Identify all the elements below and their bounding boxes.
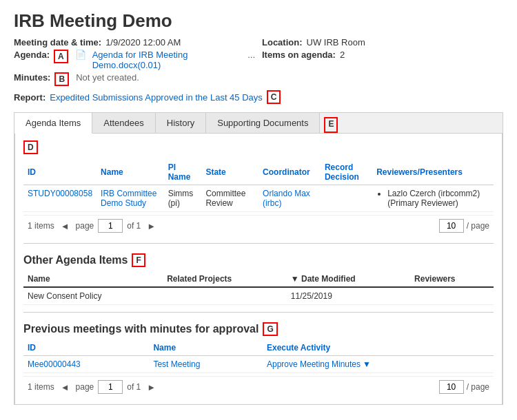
other-col-name: Name [23,271,163,287]
agenda-items-count: 1 items [28,221,54,231]
prev-page-input[interactable] [98,380,123,394]
col-pi-name: PI Name [164,160,202,185]
col-id: ID [23,160,97,185]
location-value: UW IRB Room [307,37,365,48]
other-table-header-row: Name Related Projects ▼ Date Modified Re… [23,271,494,287]
approve-label: Approve Meeting Minutes [267,359,361,369]
meeting-date-label: Meeting date & time: [14,37,101,48]
agenda-table-header-row: ID Name PI Name State Coordinator Record… [23,160,494,185]
tab-agenda-items[interactable]: Agenda Items [14,113,92,134]
col-name: Name [97,160,164,185]
agenda-file-link[interactable]: Agenda for IRB Meeting Demo.docx(0.01) [92,50,241,70]
approve-meeting-minutes-btn[interactable]: Approve Meeting Minutes ▼ [267,359,371,369]
prev-meetings-table: ID Name Execute Activity Mee00000443 Tes… [23,340,494,373]
page-of: of 1 [127,221,141,231]
table-row: Mee00000443 Test Meeting Approve Meeting… [23,356,494,373]
tab-supporting-documents[interactable]: Supporting Documents [206,113,320,133]
prev-col-name: Name [149,340,263,356]
dropdown-arrow-icon: ▼ [363,359,371,369]
col-state: State [201,160,258,185]
meeting-date-value: 1/9/2020 12:00 AM [105,37,181,48]
prev-cell-id: Mee00000443 [23,356,149,373]
report-annotation-box: C [267,90,281,104]
prev-meetings-title: Previous meetings with minutes for appro… [23,322,494,336]
next-page-btn[interactable]: ► [145,221,158,231]
cell-name: IRB Committee Demo Study [97,185,164,212]
tab-history[interactable]: History [156,113,206,133]
report-label: Report: [14,92,45,103]
other-col-related: Related Projects [163,271,287,287]
other-agenda-annotation-box: F [132,253,145,267]
page-input[interactable] [98,219,123,233]
meeting-date-row: Meeting date & time: 1/9/2020 12:00 AM [14,37,255,48]
table-row: STUDY00008058 IRB Committee Demo Study S… [23,185,494,212]
per-page-input[interactable] [439,219,464,233]
other-col-date: ▼ Date Modified [287,271,410,287]
prev-count: 1 items ◄ page of 1 ► [28,380,158,394]
prev-col-id: ID [23,340,149,356]
divider-2 [23,312,494,313]
location-row: Location: UW IRB Room [262,37,503,48]
items-on-agenda-label: Items on agenda: [262,50,336,60]
cell-id: STUDY00008058 [23,185,97,212]
page-title: IRB Meeting Demo [14,10,503,32]
other-agenda-title: Other Agenda Items F [23,253,494,267]
minutes-value: Not yet created. [76,72,139,83]
tabs-header: Agenda Items Attendees History Supportin… [14,113,503,134]
per-page-label: / page [467,221,489,231]
prev-page-label: page [76,382,94,392]
other-cell-name: New Consent Policy [23,287,163,305]
cell-coordinator: Orlando Max (irbc) [258,185,321,212]
agenda-more-dots[interactable]: ... [247,50,255,60]
col-reviewers: Reviewers/Presenters [372,160,494,185]
meeting-name-link[interactable]: Test Meeting [153,359,200,369]
other-col-reviewers: Reviewers [410,271,494,287]
reviewer-item: Lazlo Czerch (irbcomm2) (Primary Reviewe… [387,189,489,208]
agenda-per-page: / page [439,219,489,233]
col-record-decision: Record Decision [321,160,372,185]
prev-per-page-input[interactable] [439,380,464,394]
prev-items-count: 1 items [28,382,54,392]
minutes-row: Minutes: B Not yet created. [14,72,255,86]
prev-meetings-label: Previous meetings with minutes for appro… [23,323,258,335]
prev-pagination: 1 items ◄ page of 1 ► / page [23,376,494,397]
prev-prev-page-btn[interactable]: ◄ [59,382,72,392]
agenda-items-annotation-area: D [23,140,494,154]
prev-table-header-row: ID Name Execute Activity [23,340,494,356]
agenda-items-annotation-box: D [23,140,38,154]
cell-reviewers: Lazlo Czerch (irbcomm2) (Primary Reviewe… [372,185,494,212]
file-icon: 📄 [75,50,86,60]
other-agenda-label: Other Agenda Items [23,254,128,266]
study-id-link[interactable]: STUDY00008058 [28,189,92,198]
cell-pi-name: Simms (pi) [164,185,202,212]
agenda-count: 1 items ◄ page of 1 ► [28,219,158,233]
agenda-label: Agenda: [14,50,50,60]
other-cell-date: 11/25/2019 [287,287,410,305]
tabs-container: Agenda Items Attendees History Supportin… [14,112,503,405]
other-cell-reviewers [410,287,494,305]
prev-page-btn[interactable]: ◄ [59,221,72,231]
tab-content: D ID Name PI Name State Coordinator Reco… [14,134,503,405]
report-link[interactable]: Expedited Submissions Approved in the La… [50,92,263,103]
meeting-id-link[interactable]: Mee00000443 [28,359,81,369]
study-name-link[interactable]: IRB Committee Demo Study [101,189,156,208]
agenda-items-table: ID Name PI Name State Coordinator Record… [23,160,494,212]
coordinator-link[interactable]: Orlando Max (irbc) [263,189,310,208]
prev-meetings-annotation-box: G [263,322,277,336]
tab-attendees[interactable]: Attendees [92,113,156,133]
page-label: page [76,221,94,231]
prev-per-page: / page [439,380,489,394]
meta-section: Meeting date & time: 1/9/2020 12:00 AM L… [14,37,503,86]
other-agenda-table: Name Related Projects ▼ Date Modified Re… [23,271,494,305]
prev-col-execute: Execute Activity [263,340,494,356]
table-row: New Consent Policy 11/25/2019 [23,287,494,305]
col-coordinator: Coordinator [258,160,321,185]
other-cell-related [163,287,287,305]
report-row: Report: Expedited Submissions Approved i… [14,90,503,104]
prev-cell-name: Test Meeting [149,356,263,373]
prev-next-page-btn[interactable]: ► [145,382,158,392]
agenda-annotation-box: A [54,50,68,63]
minutes-annotation-box: B [54,72,69,86]
tabs-annotation-box: E [324,117,338,133]
divider-1 [23,243,494,244]
